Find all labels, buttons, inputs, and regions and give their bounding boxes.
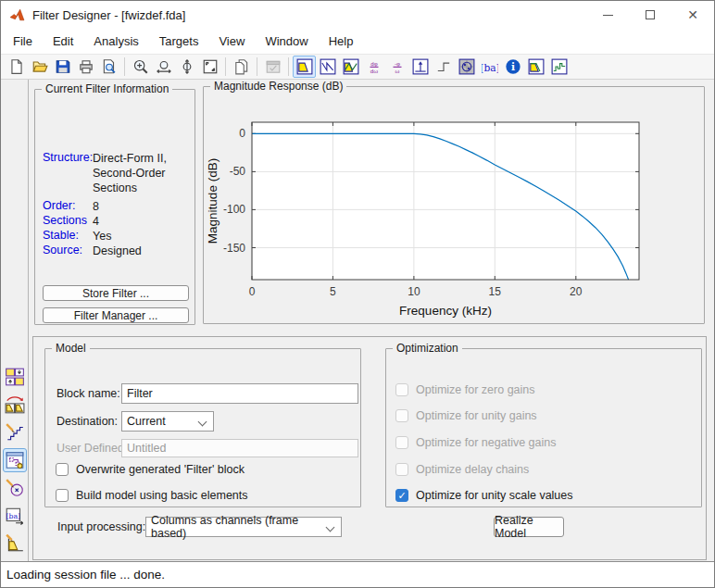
copy-button[interactable] [230, 56, 253, 78]
round-off-noise-button[interactable] [547, 56, 571, 78]
optimize-delay-chains-label: Optimize delay chains [416, 463, 529, 476]
menu-analysis[interactable]: Analysis [83, 31, 148, 52]
maximize-button[interactable] [629, 1, 671, 29]
menu-targets[interactable]: Targets [149, 31, 209, 52]
multirate-filter-icon [5, 367, 25, 387]
block-name-label: Block name: [56, 387, 120, 400]
transform-filter-button[interactable] [3, 393, 27, 417]
optimize-unity-gains-row[interactable]: Optimize for unity gains [395, 408, 537, 423]
save-icon [55, 58, 71, 75]
source-label: Source: [43, 244, 82, 256]
order-label: Order: [43, 199, 75, 212]
optimize-unity-scale-checkbox[interactable] [395, 489, 408, 502]
overwrite-checkbox[interactable] [56, 463, 69, 476]
save-session-button[interactable] [51, 56, 74, 78]
magnitude-and-phase-button[interactable] [339, 56, 362, 78]
menu-view[interactable]: View [208, 31, 255, 52]
new-session-button[interactable] [5, 56, 28, 78]
zoom-x-button[interactable] [152, 56, 175, 78]
menu-help[interactable]: Help [319, 31, 364, 52]
input-processing-dropdown[interactable]: Columns as channels (frame based) [145, 517, 342, 537]
magnitude-response-plot[interactable]: 051015200-50-100-150Frequency (kHz)Magni… [204, 98, 704, 320]
realize-model-rail-button[interactable] [3, 448, 27, 472]
realize-model-button[interactable]: Realize Model [494, 517, 564, 537]
destination-dropdown[interactable]: Current [121, 411, 214, 432]
filter-information-button[interactable]: i [501, 56, 524, 78]
svg-text:[ba]: [ba] [6, 512, 21, 520]
open-folder-icon [31, 58, 48, 75]
title-bar: Filter Designer - [fwizdef.fda] ✕ [1, 1, 714, 29]
print-button[interactable] [74, 56, 97, 78]
user-defined-label: User Defined: [56, 442, 127, 455]
optimize-unity-gains-checkbox[interactable] [395, 409, 408, 422]
current-filter-info-title: Current Filter Information [42, 82, 172, 95]
input-processing-label: Input processing: [57, 520, 145, 533]
user-defined-input[interactable]: Untitled [121, 439, 358, 457]
optimize-zero-gains-label: Optimize for zero gains [416, 383, 535, 396]
sections-value: 4 [93, 214, 99, 229]
pole-zero-editor-icon [5, 478, 25, 498]
optimize-delay-chains-row[interactable]: Optimize delay chains [395, 462, 529, 477]
optimization-group-title: Optimization [393, 342, 462, 355]
magnitude-response-icon [296, 58, 313, 75]
filter-manager-button[interactable]: Filter Manager ... [43, 307, 189, 323]
optimize-negative-gains-row[interactable]: Optimize for negative gains [395, 435, 556, 450]
print-to-figure-button[interactable] [261, 56, 284, 78]
svg-text:20: 20 [570, 285, 583, 298]
magnitude-response-estimate-button[interactable] [524, 56, 547, 78]
pole-zero-plot-button[interactable] [455, 56, 478, 78]
step-response-button[interactable] [432, 56, 455, 78]
block-name-input[interactable]: Filter [121, 383, 358, 404]
close-button[interactable]: ✕ [671, 1, 714, 29]
build-basic-checkbox-row[interactable]: Build model using basic elements [56, 488, 248, 503]
magnitude-response-button[interactable] [293, 56, 316, 78]
impulse-response-button[interactable] [408, 56, 432, 78]
main-content: [ba] Current Filter Information Structur… [1, 80, 714, 563]
chevron-down-icon [326, 523, 335, 532]
full-view-button[interactable] [198, 56, 221, 78]
print-preview-button[interactable] [97, 56, 120, 78]
menu-window[interactable]: Window [255, 31, 318, 52]
design-filter-button[interactable] [3, 532, 27, 556]
set-quantization-button[interactable] [3, 420, 27, 444]
optimize-delay-chains-checkbox[interactable] [395, 463, 408, 476]
menu-file[interactable]: File [3, 31, 43, 52]
group-delay-button[interactable]: dφdω [362, 56, 385, 78]
magnitude-response-estimate-icon [528, 58, 545, 75]
zoom-in-icon [132, 58, 149, 75]
minimize-button[interactable] [586, 1, 629, 29]
svg-text:ω: ω [395, 68, 399, 74]
phase-response-icon [320, 58, 336, 75]
structure-value: Direct-Form II, Second-Order Sections [93, 151, 167, 195]
zoom-y-button[interactable] [175, 56, 198, 78]
design-filter-icon [5, 533, 25, 554]
status-text: Loading session file ... done. [6, 568, 165, 582]
open-session-button[interactable] [28, 56, 51, 78]
pole-zero-editor-button[interactable] [3, 476, 27, 500]
full-view-icon [202, 58, 219, 75]
toolbar-separator [124, 57, 125, 76]
zoom-in-button[interactable] [129, 56, 152, 78]
zoom-y-icon [179, 58, 195, 75]
optimize-unity-scale-label: Optimize for unity scale values [416, 489, 573, 502]
quantization-icon [5, 422, 25, 443]
optimize-negative-gains-checkbox[interactable] [395, 436, 408, 449]
filter-coefficients-button[interactable]: [ba] [478, 56, 501, 78]
import-filter-button[interactable]: [ba] [3, 504, 27, 528]
store-filter-button[interactable]: Store Filter ... [43, 285, 189, 301]
optimize-unity-scale-row[interactable]: Optimize for unity scale values [395, 488, 573, 503]
svg-text:0: 0 [239, 127, 245, 140]
svg-text:[ba]: [ba] [482, 62, 498, 74]
magnitude-and-phase-icon [343, 58, 359, 75]
menu-edit[interactable]: Edit [43, 31, 83, 52]
optimize-negative-gains-label: Optimize for negative gains [416, 436, 556, 449]
filter-information-icon: i [505, 58, 521, 75]
optimize-zero-gains-row[interactable]: Optimize for zero gains [395, 382, 535, 397]
overwrite-checkbox-row[interactable]: Overwrite generated 'Filter' block [56, 462, 245, 477]
sections-label: Sections [43, 214, 87, 227]
optimize-zero-gains-checkbox[interactable] [395, 383, 408, 396]
create-multirate-filter-button[interactable] [3, 365, 27, 389]
phase-response-button[interactable] [316, 56, 339, 78]
phase-delay-button[interactable]: -φω [385, 56, 408, 78]
build-basic-checkbox[interactable] [56, 489, 69, 502]
